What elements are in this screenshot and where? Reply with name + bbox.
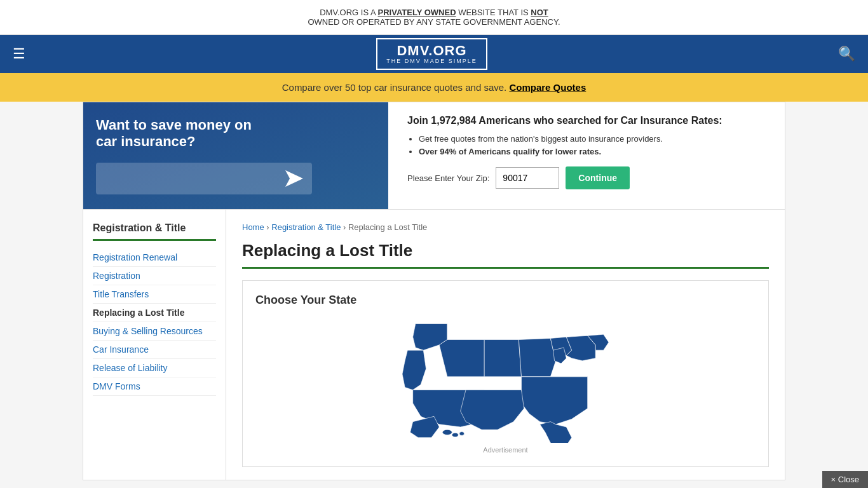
hawaii-2[interactable] xyxy=(452,433,458,437)
insurance-left-text: Want to save money on car insurance? xyxy=(96,117,274,150)
insurance-right-panel: Join 1,972,984 Americans who searched fo… xyxy=(388,102,785,209)
texas[interactable] xyxy=(461,390,524,430)
continue-button[interactable]: Continue xyxy=(566,166,630,189)
disclaimer-text-1: DMV.ORG IS A xyxy=(320,8,377,17)
breadcrumb-home[interactable]: Home xyxy=(242,222,264,232)
california[interactable] xyxy=(402,350,426,390)
breadcrumb-section[interactable]: Registration & Title xyxy=(271,222,341,232)
map-box: Choose Your State xyxy=(242,280,769,467)
disclaimer-bar: DMV.ORG IS A PRIVATELY OWNED WEBSITE THA… xyxy=(0,0,868,35)
close-button[interactable]: × Close xyxy=(822,471,868,480)
insurance-left-panel: Want to save money on car insurance? ➤ xyxy=(83,102,388,209)
insurance-widget: Want to save money on car insurance? ➤ J… xyxy=(83,102,785,210)
hawaii-3[interactable] xyxy=(459,432,465,436)
disclaimer-text-2: WEBSITE THAT IS xyxy=(456,8,531,17)
sidebar-item-registration[interactable]: Registration xyxy=(93,267,216,285)
zip-row: Please Enter Your Zip: Continue xyxy=(407,166,766,189)
insurance-bullet-2: Over 94% of Americans qualify for lower … xyxy=(419,147,766,156)
michigan-upper[interactable] xyxy=(553,348,567,363)
disclaimer-bold-2: NOT xyxy=(531,8,548,17)
breadcrumb-current: Replacing a Lost Title xyxy=(348,222,427,232)
disclaimer-bold-1: PRIVATELY OWNED xyxy=(378,8,456,17)
us-map-svg xyxy=(255,316,756,443)
hawaii-1[interactable] xyxy=(442,430,452,435)
alaska[interactable] xyxy=(410,416,440,437)
sidebar-item-car-insurance[interactable]: Car Insurance xyxy=(93,341,216,359)
search-icon[interactable]: 🔍 xyxy=(838,46,855,62)
logo-sub-text: THE DMV MADE SIMPLE xyxy=(386,58,477,65)
content-area: Home › Registration & Title › Replacing … xyxy=(226,210,785,480)
us-map xyxy=(255,316,756,443)
sidebar-item-buying-selling[interactable]: Buying & Selling Resources xyxy=(93,322,216,341)
sidebar-nav: Registration Renewal Registration Title … xyxy=(93,248,216,396)
southeast-states[interactable] xyxy=(522,377,588,424)
insurance-heading: Join 1,972,984 Americans who searched fo… xyxy=(407,115,766,126)
map-heading: Choose Your State xyxy=(255,294,756,307)
main-container: Registration & Title Registration Renewa… xyxy=(83,210,785,480)
breadcrumb-sep-2: › xyxy=(343,222,348,232)
florida[interactable] xyxy=(540,422,572,443)
sidebar-item-dmv-forms[interactable]: DMV Forms xyxy=(93,377,216,396)
insurance-bullet-2-text: Over 94% of Americans qualify for lower … xyxy=(419,147,601,156)
page-title: Replacing a Lost Title xyxy=(242,241,769,269)
zip-input[interactable] xyxy=(496,167,559,189)
banner-text: Compare over 50 top car insurance quotes… xyxy=(282,82,507,93)
sidebar-item-registration-renewal[interactable]: Registration Renewal xyxy=(93,248,216,267)
arrow-bar: ➤ xyxy=(96,163,312,194)
advertisement-label: Advertisement xyxy=(255,446,756,454)
compare-quotes-link[interactable]: Compare Quotes xyxy=(509,82,586,93)
site-logo[interactable]: DMV.ORG THE DMV MADE SIMPLE xyxy=(376,38,487,70)
breadcrumb: Home › Registration & Title › Replacing … xyxy=(242,222,769,232)
insurance-banner: Compare over 50 top car insurance quotes… xyxy=(0,73,868,102)
mountain-states[interactable] xyxy=(439,340,484,377)
plains-states[interactable] xyxy=(484,340,521,377)
sidebar: Registration & Title Registration Renewa… xyxy=(83,210,226,480)
sidebar-item-title-transfers[interactable]: Title Transfers xyxy=(93,285,216,304)
sidebar-title: Registration & Title xyxy=(93,222,216,241)
insurance-bullet-1: Get free quotes from the nation's bigges… xyxy=(419,134,766,144)
hamburger-menu[interactable]: ☰ xyxy=(13,46,25,62)
logo-main-text: DMV.ORG xyxy=(386,43,477,58)
sidebar-item-replacing-lost-title[interactable]: Replacing a Lost Title xyxy=(93,304,216,322)
midwest-states[interactable] xyxy=(519,338,555,376)
arrow-icon: ➤ xyxy=(283,165,302,192)
zip-label: Please Enter Your Zip: xyxy=(407,173,489,183)
nav-bar: ☰ DMV.ORG THE DMV MADE SIMPLE 🔍 xyxy=(0,35,868,73)
disclaimer-text-3: OWNED OR OPERATED BY ANY STATE GOVERNMEN… xyxy=(308,17,560,27)
insurance-benefits-list: Get free quotes from the nation's bigges… xyxy=(407,134,766,156)
sidebar-item-release-of-liability[interactable]: Release of Liability xyxy=(93,359,216,377)
